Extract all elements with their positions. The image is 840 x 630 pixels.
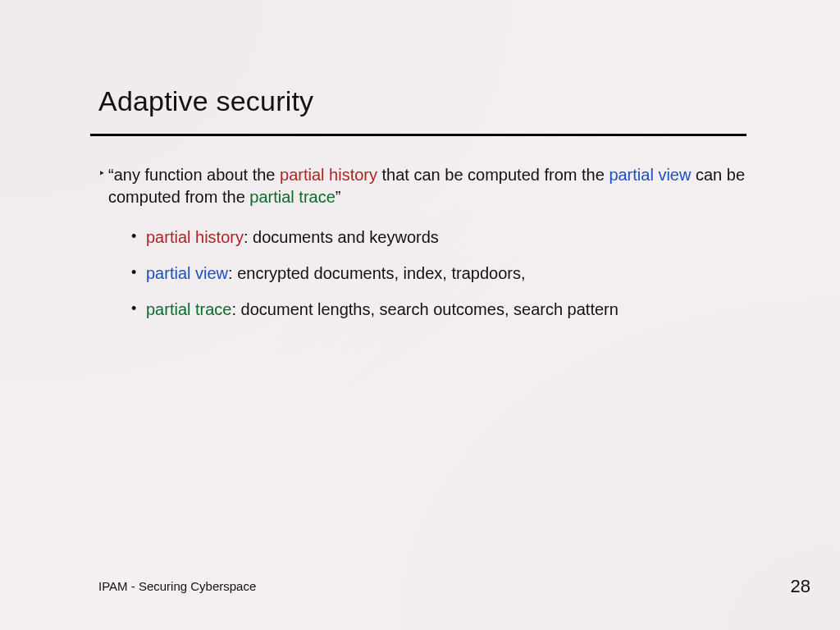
item-rest: : encrypted documents, index, trapdoors, [228, 264, 525, 282]
lead-text-mid1: that can be computed from the [377, 166, 609, 184]
bullet-dot-icon: • [131, 299, 136, 318]
footer-left: IPAM - Securing Cyberspace [98, 579, 256, 593]
list-item: • partial history: documents and keyword… [131, 226, 755, 248]
lead-term-history: partial history [280, 166, 377, 184]
list-item: • partial view: encrypted documents, ind… [131, 262, 755, 284]
lead-term-view: partial view [609, 166, 691, 184]
item-term: partial history [146, 228, 244, 246]
lead-text-post: ” [336, 188, 341, 206]
bullet-dot-icon: • [131, 227, 136, 246]
divider [90, 134, 746, 136]
sub-bullet-list: • partial history: documents and keyword… [98, 226, 755, 320]
slide-title: Adaptive security [98, 85, 313, 117]
bullet-arrow-icon: ‣ [98, 166, 105, 181]
bullet-dot-icon: • [131, 263, 136, 282]
slide: Adaptive security ‣ “any function about … [0, 0, 840, 630]
lead-bullet: ‣ “any function about the partial histor… [98, 164, 755, 208]
item-rest: : documents and keywords [244, 228, 439, 246]
content-block: ‣ “any function about the partial histor… [98, 164, 755, 335]
item-term: partial view [146, 264, 228, 282]
lead-text-pre: “any function about the [108, 166, 280, 184]
item-rest: : document lengths, search outcomes, sea… [232, 300, 619, 318]
lead-term-trace: partial trace [249, 188, 336, 206]
list-item: • partial trace: document lengths, searc… [131, 299, 755, 320]
item-term: partial trace [146, 300, 232, 318]
page-number: 28 [791, 576, 810, 597]
